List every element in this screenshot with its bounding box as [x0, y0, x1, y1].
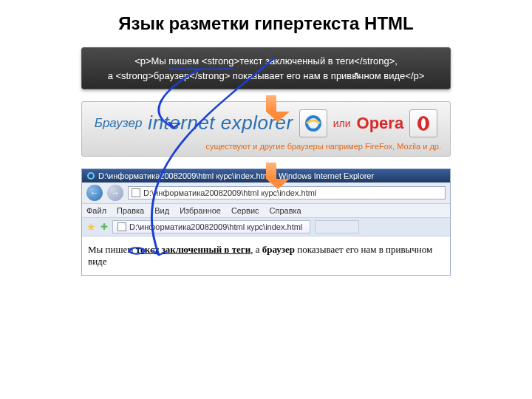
svg-point-2	[421, 118, 426, 129]
favorites-star-icon[interactable]: ★	[86, 221, 96, 233]
ie-icon	[299, 109, 327, 137]
content-text: Мы пишем	[88, 244, 136, 255]
code-line-2: а <strong>браузер</strong> показывает ег…	[89, 69, 443, 83]
html-source-box: <p>Мы пишем <strong>текст заключенный в …	[81, 47, 451, 89]
opera-icon	[409, 109, 437, 137]
menu-view[interactable]: Вид	[154, 206, 169, 215]
browser-tab[interactable]: D:\информатика20082009\html курс\index.h…	[112, 220, 310, 233]
opera-label: Opera	[357, 114, 404, 133]
back-button[interactable]: ←	[86, 185, 103, 201]
ie-tabbar: ★ ✚ D:\информатика20082009\html курс\ind…	[82, 218, 450, 236]
content-strong: текст заключенный в теги	[136, 244, 250, 255]
browser-label: Браузер	[95, 116, 143, 131]
ie-page-content: Мы пишем текст заключенный в теги, а бра…	[82, 236, 450, 275]
menu-help[interactable]: Справка	[270, 206, 301, 215]
menu-favorites[interactable]: Избранное	[180, 206, 221, 215]
new-tab-button[interactable]	[315, 220, 359, 233]
ie-title-text: D:\информатика20082009\html курс\index.h…	[98, 171, 374, 180]
menu-file[interactable]: Файл	[86, 206, 106, 215]
page-icon	[132, 188, 140, 197]
page-title: Язык разметки гипертекста HTML	[0, 13, 532, 34]
svg-point-3	[88, 173, 94, 179]
code-line-1: <p>Мы пишем <strong>текст заключенный в …	[89, 54, 443, 69]
page-icon	[117, 222, 126, 231]
content-strong: браузер	[262, 244, 295, 255]
tab-label: D:\информатика20082009\html курс\index.h…	[129, 222, 302, 231]
svg-point-0	[307, 117, 320, 130]
cursor-icon: ↖	[353, 68, 362, 83]
ie-window-icon	[86, 171, 95, 180]
or-label: или	[333, 117, 351, 130]
forward-button[interactable]: →	[107, 185, 123, 201]
slide-area: <p>Мы пишем <strong>текст заключенный в …	[81, 47, 451, 276]
browser-note: существуют и другие браузеры например Fi…	[91, 142, 441, 151]
ie-menubar: Файл Правка Вид Избранное Сервис Справка	[82, 204, 450, 218]
menu-edit[interactable]: Правка	[117, 206, 144, 215]
content-text: , а	[250, 244, 262, 255]
add-favorite-icon[interactable]: ✚	[100, 222, 108, 232]
menu-tools[interactable]: Сервис	[231, 206, 259, 215]
address-text: D:\информатика20082009\html курс\index.h…	[143, 188, 316, 197]
